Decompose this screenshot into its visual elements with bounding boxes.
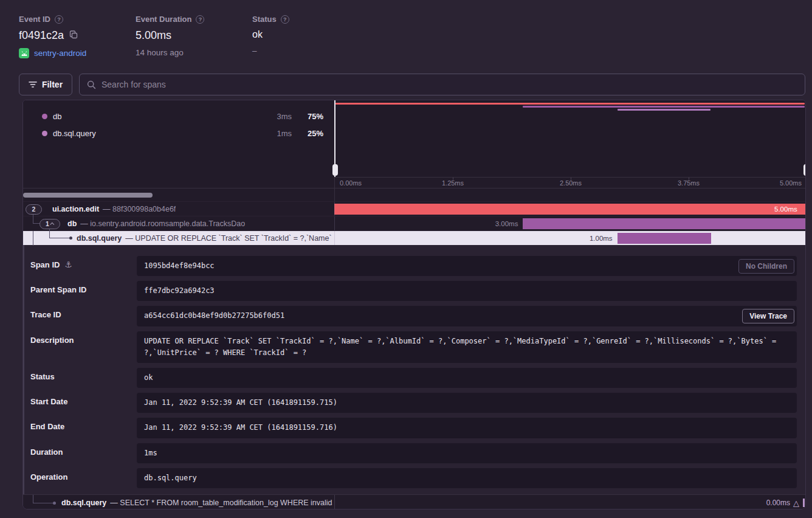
span-row-db-sql-query-selected[interactable]: 1.00ms db.sql.query — UPDATE OR REPLACE … — [23, 230, 806, 245]
ops-breakdown-row-db: db 3ms 75% — [23, 108, 334, 125]
copy-icon[interactable] — [69, 29, 78, 42]
project-link[interactable]: sentry-android — [34, 49, 86, 58]
detail-row-parent-span-id: Parent Span ID ffe7dbc92a6942c3 — [29, 281, 797, 301]
detail-row-status: Status ok — [29, 368, 797, 388]
op-percentage: 25% — [292, 129, 323, 138]
detail-label: Start Date — [30, 397, 67, 406]
span-duration-label: 5.00ms — [774, 202, 797, 216]
filter-button[interactable]: Filter — [19, 74, 72, 95]
pane-divider — [334, 188, 335, 201]
status-section: Status ? ok – — [252, 15, 289, 55]
timeline-axis: 0.00ms 1.25ms 2.50ms 3.75ms 5.00ms — [334, 177, 806, 188]
ops-breakdown: db 3ms 75% db.sql.query 1ms 25% — [23, 100, 334, 188]
op-name: db — [53, 112, 258, 121]
column-divider — [334, 216, 335, 230]
span-row-ui-action-edit[interactable]: 5.00ms 2 ui.action.edit — 88f300998a0b4e… — [23, 201, 806, 216]
children-count-badge-expanded[interactable]: 1 — [40, 219, 60, 229]
trace-id-value: a654cc61dc0b48ef9d0b27275b6f0d51 View Tr… — [137, 306, 797, 326]
detail-label: Status — [30, 372, 55, 381]
operation-value: db.sql.query — [137, 468, 797, 488]
status-value: ok — [252, 29, 263, 40]
column-divider — [334, 495, 335, 509]
event-duration-value: 5.00ms — [136, 29, 171, 42]
span-op: db.sql.query — [77, 234, 122, 243]
minimap-right-grip[interactable] — [803, 164, 807, 176]
span-desc: — 88f300998a0b4e6f — [103, 205, 176, 213]
status-label: Status — [252, 15, 277, 24]
op-duration: 3ms — [258, 112, 292, 121]
event-id-label: Event ID ? — [19, 15, 86, 24]
ops-breakdown-row-db-sql-query: db.sql.query 1ms 25% — [23, 125, 334, 142]
tree-guide-line — [33, 231, 33, 246]
span-duration-bar[interactable] — [334, 204, 805, 215]
minimap-left-grip[interactable] — [332, 164, 338, 176]
filter-icon — [29, 81, 37, 88]
event-id-section: Event ID ? f0491c2a s — [19, 15, 86, 58]
help-icon[interactable]: ? — [196, 15, 204, 24]
span-row-db[interactable]: 3.00ms 1 db — io.sentry.android.roomsamp… — [23, 216, 806, 230]
event-id-value: f0491c2a — [19, 29, 64, 42]
event-id-label-text: Event ID — [19, 15, 50, 24]
anchor-icon[interactable]: ⚓ — [64, 260, 72, 269]
minimap-span-bar — [618, 109, 710, 111]
event-age: 14 hours ago — [136, 48, 184, 57]
end-date-value: Jan 11, 2022 9:52:39 AM CET (1641891159.… — [137, 418, 797, 438]
detail-row-description: Description UPDATE OR REPLACE `Track` SE… — [29, 331, 797, 363]
detail-label: Operation — [30, 472, 67, 482]
axis-tick-mark — [689, 178, 689, 180]
parent-span-id-value: ffe7dbc92a6942c3 — [137, 281, 797, 301]
trace-panel: db 3ms 75% db.sql.query 1ms 25% — [22, 100, 806, 509]
tree-guide-line — [33, 495, 33, 503]
column-divider — [334, 202, 335, 216]
event-duration-section: Event Duration ? 5.00ms 14 hours ago — [136, 15, 204, 57]
tree-leaf-dot — [53, 502, 56, 505]
column-divider — [334, 231, 335, 245]
children-count: 2 — [32, 205, 36, 213]
trace-minimap[interactable] — [334, 100, 806, 177]
tree-guide-line — [49, 238, 70, 238]
detail-row-start-date: Start Date Jan 11, 2022 9:52:39 AM CET (… — [29, 393, 797, 413]
axis-tick: 5.00ms — [780, 179, 802, 187]
span-op: db.sql.query — [61, 499, 106, 507]
minimap-span-bar — [523, 106, 805, 108]
detail-label: Span ID — [30, 260, 60, 269]
axis-tick: 2.50ms — [560, 179, 582, 187]
span-desc: — SELECT * FROM room_table_modification_… — [110, 499, 332, 507]
op-percentage: 75% — [292, 112, 323, 121]
minimap-left-handle[interactable] — [334, 100, 335, 177]
chevron-up-icon — [50, 222, 54, 226]
detail-row-end-date: End Date Jan 11, 2022 9:52:39 AM CET (16… — [29, 418, 797, 438]
span-duration-label: 0.00ms — [766, 499, 790, 507]
detail-row-span-id: Span ID ⚓ 1095bd4ef8e94bcc No Children — [29, 256, 797, 276]
span-tree: 5.00ms 2 ui.action.edit — 88f300998a0b4e… — [23, 201, 806, 245]
op-color-dot — [42, 114, 47, 119]
android-platform-icon — [19, 48, 29, 58]
view-trace-button[interactable]: View Trace — [742, 309, 794, 323]
children-count-badge[interactable]: 2 — [26, 204, 42, 215]
span-duration-bar[interactable] — [618, 233, 711, 244]
detail-label: Description — [30, 336, 74, 345]
children-count: 1 — [46, 220, 49, 227]
span-duration-bar — [803, 499, 805, 507]
tree-scrollbar-thumb[interactable] — [23, 193, 153, 198]
span-op: db — [67, 219, 77, 228]
span-op: ui.action.edit — [52, 205, 99, 213]
search-icon — [87, 80, 96, 89]
detail-row-trace-id: Trace ID a654cc61dc0b48ef9d0b27275b6f0d5… — [29, 306, 797, 326]
detail-label: Parent Span ID — [30, 285, 86, 294]
no-children-button[interactable]: No Children — [738, 259, 794, 274]
tree-scrollbar-track[interactable] — [23, 188, 806, 201]
minimap-right-handle[interactable] — [805, 100, 806, 177]
op-color-dot — [42, 131, 47, 136]
search-input[interactable] — [102, 80, 797, 89]
help-icon[interactable]: ? — [55, 15, 63, 24]
minimap-span-bar — [335, 103, 805, 105]
warning-icon[interactable]: △︎ — [793, 499, 799, 508]
event-duration-label: Event Duration — [136, 15, 191, 24]
detail-row-operation: Operation db.sql.query — [29, 468, 797, 488]
axis-tick: 1.25ms — [442, 179, 464, 187]
span-duration-bar[interactable] — [523, 218, 805, 229]
help-icon[interactable]: ? — [281, 15, 289, 24]
span-row-db-sql-query-select[interactable]: db.sql.query — SELECT * FROM room_table_… — [23, 494, 806, 509]
op-name: db.sql.query — [53, 129, 258, 138]
